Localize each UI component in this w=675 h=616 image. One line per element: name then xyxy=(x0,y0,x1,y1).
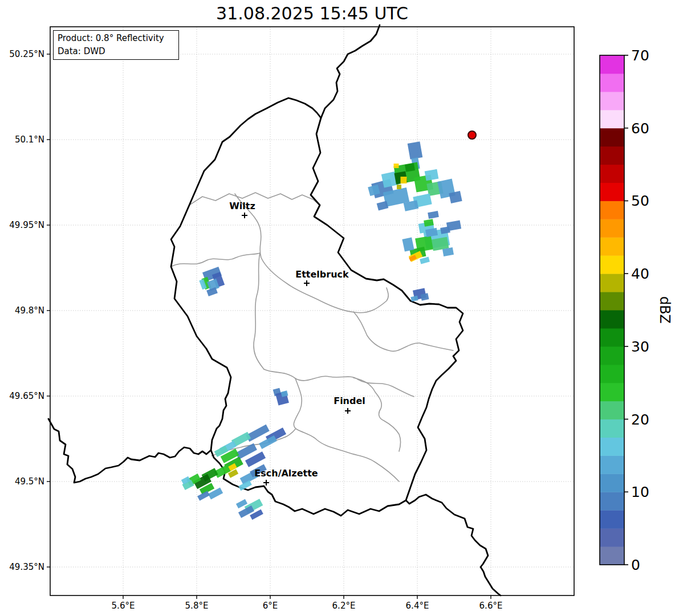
country-border-luxembourg xyxy=(171,98,463,516)
colorbar-tick-label: 10 xyxy=(631,484,649,500)
colorbar-segment xyxy=(600,310,624,328)
colorbar-segment xyxy=(600,419,624,438)
colorbar-tick-label: 30 xyxy=(631,338,649,355)
colorbar-segment xyxy=(600,510,624,528)
product-info-line2: Data: DWD xyxy=(58,45,178,58)
colorbar-tick-label: 50 xyxy=(631,193,649,209)
city-label: Findel xyxy=(334,395,365,406)
city-label-layer: WiltzEttelbruckFindelEsch/Alzette xyxy=(229,201,365,486)
y-tick-label: 50.25°N xyxy=(9,49,44,59)
x-tick-label: 6.6°E xyxy=(479,601,503,611)
y-tick-label: 49.8°N xyxy=(15,305,44,316)
canton-border-luxembourg-pocket xyxy=(294,378,399,482)
radar-echo-cell xyxy=(428,211,439,219)
colorbar-segment xyxy=(600,328,624,346)
y-tick-label: 49.5°N xyxy=(15,476,44,487)
colorbar-segment xyxy=(600,474,624,492)
city-marker xyxy=(263,480,269,486)
colorbar-tick-label: 70 xyxy=(631,47,649,64)
canton-border-center-vertical xyxy=(254,253,264,369)
axis-label-layer: 5.6°E5.8°E6°E6.2°E6.4°E6.6°E50.25°N50.1°… xyxy=(9,49,502,611)
product-info-box: Product: 0.8° Reflectivity Data: DWD xyxy=(53,30,179,60)
map-frame xyxy=(50,27,574,595)
colorbar-tick-label: 60 xyxy=(631,120,649,137)
canton-border-wiltz-south xyxy=(171,253,260,267)
radar-echo-cell xyxy=(408,141,423,159)
radar-echo-cell xyxy=(405,163,415,172)
canton-border-grevenmacher xyxy=(353,312,453,351)
colorbar-segment xyxy=(600,165,624,183)
canton-border-remich-west xyxy=(353,378,401,451)
colorbar-segment xyxy=(600,128,624,146)
city-label: Ettelbruck xyxy=(295,269,349,280)
product-info-line1: Product: 0.8° Reflectivity xyxy=(58,32,178,45)
country-border-north-extension xyxy=(321,25,380,118)
city-marker xyxy=(345,408,351,414)
plot-title: 31.08.2025 15:45 UTC xyxy=(50,3,574,23)
x-tick-label: 5.6°E xyxy=(112,601,135,611)
radar-echo-cell xyxy=(425,169,439,181)
radar-echo-cell xyxy=(402,237,414,251)
colorbar-segment xyxy=(600,292,624,310)
x-tick-label: 6°E xyxy=(263,601,278,611)
radar-echo-cell xyxy=(420,257,430,264)
colorbar: 010203040506070dBZ xyxy=(600,47,673,573)
colorbar-segment xyxy=(600,201,624,219)
colorbar-segment xyxy=(600,74,624,92)
y-tick-label: 49.95°N xyxy=(9,220,44,230)
x-tick-label: 6.2°E xyxy=(332,601,356,611)
city-label: Wiltz xyxy=(229,201,255,211)
city-label: Esch/Alzette xyxy=(254,468,318,479)
colorbar-tick-label: 0 xyxy=(631,557,640,573)
radar-echo-cell xyxy=(440,226,450,234)
x-tick-label: 6.4°E xyxy=(406,601,429,611)
country-border-france-belgium xyxy=(48,419,211,483)
city-marker xyxy=(304,280,310,286)
colorbar-segment xyxy=(600,110,624,128)
colorbar-segment xyxy=(600,455,624,474)
gridline-layer xyxy=(50,27,574,595)
colorbar-unit-label: dBZ xyxy=(657,296,673,324)
colorbar-segment xyxy=(600,237,624,255)
colorbar-segment xyxy=(600,438,624,456)
country-border-germany-france xyxy=(406,495,501,595)
colorbar-segment xyxy=(600,546,624,565)
radar-map-figure: 31.08.2025 15:45 UTC Product: 0.8° Refle… xyxy=(0,0,675,616)
colorbar-segment xyxy=(600,219,624,237)
radar-echo-cell xyxy=(377,201,389,210)
colorbar-segment xyxy=(600,365,624,383)
y-tick-label: 49.65°N xyxy=(9,391,44,401)
city-marker xyxy=(242,213,247,218)
y-tick-label: 49.35°N xyxy=(9,562,44,572)
radar-echo-cell xyxy=(401,177,407,183)
colorbar-segment xyxy=(600,274,624,292)
x-tick-label: 5.8°E xyxy=(185,601,209,611)
point-marker-layer xyxy=(468,131,476,139)
colorbar-segment xyxy=(600,255,624,274)
colorbar-segment xyxy=(600,55,624,74)
colorbar-tick-label: 40 xyxy=(631,266,649,282)
colorbar-segment xyxy=(600,92,624,110)
red-point-marker xyxy=(468,131,476,139)
colorbar-segment xyxy=(600,183,624,201)
map-canvas: WiltzEttelbruckFindelEsch/Alzette 5.6°E5… xyxy=(0,0,675,616)
colorbar-segment xyxy=(600,401,624,419)
radar-echo-cell xyxy=(397,185,401,189)
colorbar-segment xyxy=(600,146,624,165)
colorbar-segment xyxy=(600,528,624,546)
radar-echo-cell xyxy=(394,164,399,168)
colorbar-segment xyxy=(600,383,624,401)
colorbar-segment xyxy=(600,492,624,510)
colorbar-tick-label: 20 xyxy=(631,411,649,428)
y-tick-label: 50.1°N xyxy=(15,134,44,145)
colorbar-segment xyxy=(600,346,624,365)
